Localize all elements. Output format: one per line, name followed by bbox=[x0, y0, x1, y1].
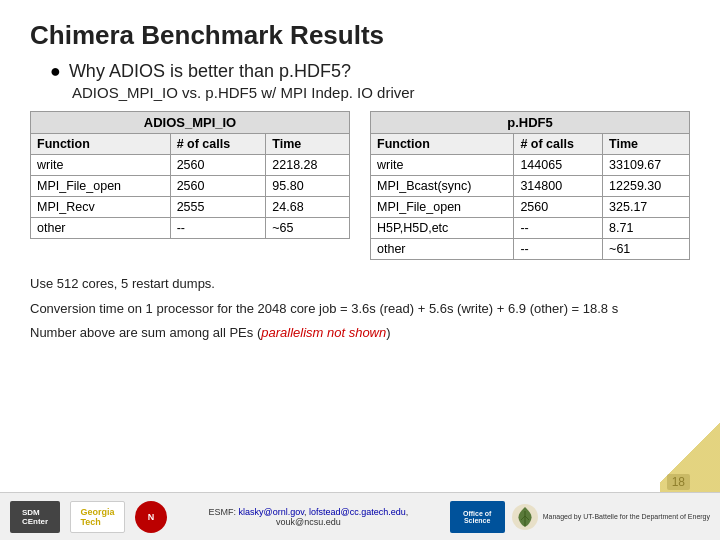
table-row: MPI_Recv255524.68 bbox=[31, 197, 350, 218]
office-of-science-logo: Office ofScience bbox=[450, 501, 505, 533]
table-row: other--~61 bbox=[371, 239, 690, 260]
table-phdf5-title: p.HDF5 bbox=[370, 111, 690, 133]
table-cell: -- bbox=[514, 218, 603, 239]
sub-bullet: ADIOS_MPI_IO vs. p.HDF5 w/ MPI Indep. IO… bbox=[72, 84, 690, 101]
footer-right: Office ofScience Managed by UT-Battelle … bbox=[450, 501, 710, 533]
table-row: MPI_File_open256095.80 bbox=[31, 176, 350, 197]
table-cell: MPI_Bcast(sync) bbox=[371, 176, 514, 197]
table-cell: H5P,H5D,etc bbox=[371, 218, 514, 239]
table-cell: 2560 bbox=[170, 155, 266, 176]
table-row: write14406533109.67 bbox=[371, 155, 690, 176]
table-cell: MPI_Recv bbox=[31, 197, 171, 218]
table-cell: MPI_File_open bbox=[371, 197, 514, 218]
table-cell: 12259.30 bbox=[603, 176, 690, 197]
oak-ridge-logo: Managed by UT-Battelle for the Departmen… bbox=[511, 503, 710, 531]
table-cell: 2560 bbox=[170, 176, 266, 197]
adios-col-time: Time bbox=[266, 134, 350, 155]
table-cell: -- bbox=[170, 218, 266, 239]
table-cell: 33109.67 bbox=[603, 155, 690, 176]
table-row: MPI_Bcast(sync)31480012259.30 bbox=[371, 176, 690, 197]
note3: Number above are sum among all PEs (para… bbox=[30, 323, 690, 343]
table-cell: write bbox=[31, 155, 171, 176]
phdf5-col-calls: # of calls bbox=[514, 134, 603, 155]
oak-ridge-text: Managed by UT-Battelle for the Departmen… bbox=[543, 512, 710, 521]
footer: SDMCEnter GeorgiaTech N ESMF: klasky@orn… bbox=[0, 492, 720, 540]
note1: Use 512 cores, 5 restart dumps. bbox=[30, 274, 690, 294]
adios-table: Function # of calls Time write25602218.2… bbox=[30, 133, 350, 239]
table-cell: 95.80 bbox=[266, 176, 350, 197]
tables-wrapper: ADIOS_MPI_IO Function # of calls Time wr… bbox=[30, 111, 690, 260]
footer-email: ESMF: klasky@ornl.gov, lofstead@cc.gatec… bbox=[177, 507, 440, 527]
corner-decoration bbox=[660, 412, 720, 492]
table-adios: ADIOS_MPI_IO Function # of calls Time wr… bbox=[30, 111, 350, 260]
note2: Conversion time on 1 processor for the 2… bbox=[30, 299, 690, 319]
georgia-tech-logo: GeorgiaTech bbox=[70, 501, 125, 533]
phdf5-col-time: Time bbox=[603, 134, 690, 155]
note3-suffix: ) bbox=[386, 325, 390, 340]
table-cell: MPI_File_open bbox=[31, 176, 171, 197]
adios-col-calls: # of calls bbox=[170, 134, 266, 155]
table-row: H5P,H5D,etc--8.71 bbox=[371, 218, 690, 239]
table-cell: write bbox=[371, 155, 514, 176]
bullet-main: Why ADIOS is better than p.HDF5? bbox=[50, 61, 690, 82]
table-cell: other bbox=[371, 239, 514, 260]
adios-col-function: Function bbox=[31, 134, 171, 155]
n-logo: N bbox=[135, 501, 167, 533]
sdm-logo: SDMCEnter bbox=[10, 501, 60, 533]
adios-header-row: Function # of calls Time bbox=[31, 134, 350, 155]
table-cell: ~61 bbox=[603, 239, 690, 260]
table-cell: 2560 bbox=[514, 197, 603, 218]
phdf5-table: Function # of calls Time write1440653310… bbox=[370, 133, 690, 260]
table-row: write25602218.28 bbox=[31, 155, 350, 176]
table-cell: other bbox=[31, 218, 171, 239]
table-row: MPI_File_open2560325.17 bbox=[371, 197, 690, 218]
table-cell: 8.71 bbox=[603, 218, 690, 239]
table-cell: 314800 bbox=[514, 176, 603, 197]
table-adios-title: ADIOS_MPI_IO bbox=[30, 111, 350, 133]
table-cell: ~65 bbox=[266, 218, 350, 239]
table-cell: -- bbox=[514, 239, 603, 260]
phdf5-header-row: Function # of calls Time bbox=[371, 134, 690, 155]
phdf5-col-function: Function bbox=[371, 134, 514, 155]
oak-ridge-icon bbox=[511, 503, 539, 531]
table-cell: 325.17 bbox=[603, 197, 690, 218]
table-cell: 2555 bbox=[170, 197, 266, 218]
table-row: other--~65 bbox=[31, 218, 350, 239]
table-phdf5: p.HDF5 Function # of calls Time write144… bbox=[370, 111, 690, 260]
note3-prefix: Number above are sum among all PEs ( bbox=[30, 325, 261, 340]
slide: Chimera Benchmark Results Why ADIOS is b… bbox=[0, 0, 720, 540]
note3-highlight: parallelism not shown bbox=[261, 325, 386, 340]
table-cell: 144065 bbox=[514, 155, 603, 176]
table-cell: 2218.28 bbox=[266, 155, 350, 176]
table-cell: 24.68 bbox=[266, 197, 350, 218]
page-title: Chimera Benchmark Results bbox=[30, 20, 690, 51]
